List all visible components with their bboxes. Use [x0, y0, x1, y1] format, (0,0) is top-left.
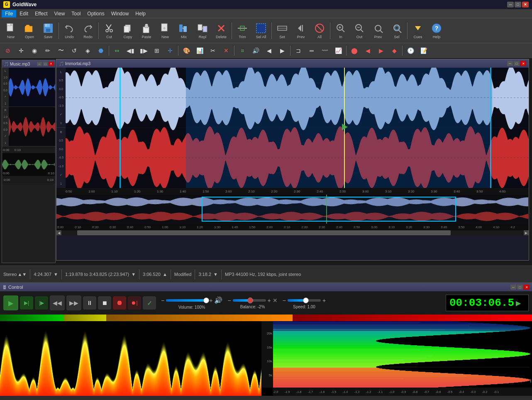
balance-icon[interactable]: ✕ [273, 297, 278, 304]
minimize-button[interactable]: ─ [507, 2, 514, 7]
loop-button[interactable]: ↺ [68, 44, 81, 57]
scroll-left-btn[interactable]: ◀ [56, 230, 61, 235]
region-button[interactable]: ⬣ [95, 44, 107, 57]
volume-tb-button[interactable]: 🔊 [249, 44, 262, 57]
control-win-close[interactable]: ✕ [524, 285, 530, 290]
marker-b-button[interactable]: ◆ [388, 44, 400, 57]
stop-tb-button[interactable]: ⊘ [2, 44, 14, 57]
color-button[interactable]: 🎨 [180, 44, 193, 57]
immortal-scrollbar[interactable]: ◀ ▶ [56, 230, 529, 235]
immortal-win-min[interactable]: ─ [507, 61, 513, 66]
zoom-in-button[interactable]: In [332, 20, 350, 42]
menu-help[interactable]: Help [132, 10, 149, 17]
maximize-button[interactable]: □ [515, 2, 521, 7]
undo-button[interactable]: Undo [60, 20, 78, 42]
redo-button[interactable]: Redo [79, 20, 97, 42]
copy-button[interactable]: Copy [119, 20, 137, 42]
rewind-button[interactable]: ◀◀ [50, 295, 65, 310]
channels-arrow[interactable]: ▲▼ [17, 272, 27, 277]
marker-l-button[interactable]: ◀ [361, 44, 374, 57]
play-selection-button[interactable]: ▶| [20, 296, 33, 310]
new2-button[interactable]: New [156, 20, 174, 42]
draw-button[interactable]: ✏ [41, 44, 54, 57]
record-selection-button[interactable]: ⏺| [128, 296, 141, 310]
clock-button[interactable]: 🕐 [404, 44, 417, 57]
new-button[interactable]: New [2, 20, 20, 42]
red-circle-button[interactable]: ⬤ [348, 44, 361, 57]
music-win-min[interactable]: ─ [37, 62, 42, 66]
replace-button[interactable]: Repl [193, 20, 212, 42]
wave-button[interactable]: 〜 [55, 44, 67, 57]
cut-button[interactable]: Cut [100, 20, 118, 42]
duration-arrow[interactable]: ▼ [54, 272, 58, 277]
menu-effect[interactable]: Effect [32, 10, 51, 17]
select-button[interactable]: ◉ [28, 44, 41, 57]
menu-tool[interactable]: Tool [68, 10, 84, 17]
pointer-button[interactable]: ◈ [81, 44, 94, 57]
music-win-close[interactable]: ✕ [49, 62, 54, 66]
split-button[interactable]: ◀ [263, 44, 275, 57]
sel-all-button[interactable]: Sel All [252, 20, 270, 42]
concat-button[interactable]: ▶ [276, 44, 288, 57]
zoom-all-button[interactable]: ⊞ [151, 44, 163, 57]
end-button[interactable]: ▮▶ [137, 44, 150, 57]
start-button[interactable]: ◀▮ [124, 44, 137, 57]
bal-minus[interactable]: − [227, 297, 231, 304]
immortal-overview[interactable] [56, 195, 529, 224]
stop-button[interactable]: ⏹ [98, 296, 111, 310]
notes-button[interactable]: 📝 [417, 44, 430, 57]
balance-slider-track[interactable] [233, 299, 266, 302]
menu-view[interactable]: View [51, 10, 68, 17]
play-end-button[interactable]: |▶ [35, 296, 48, 310]
menu-window[interactable]: Window [108, 10, 132, 17]
equals-button[interactable]: ═ [305, 44, 318, 57]
close-button[interactable]: ✕ [522, 2, 529, 7]
play-button[interactable]: ▶ [3, 295, 18, 310]
scroll-right-btn[interactable]: ▶ [524, 230, 529, 235]
size-arrow[interactable]: ▼ [213, 272, 218, 277]
zoom-prev-button[interactable]: Prev [369, 20, 387, 42]
menu-edit[interactable]: Edit [16, 10, 32, 17]
crosshair-button[interactable]: ✛ [164, 44, 176, 57]
set-button[interactable]: Set [273, 20, 291, 42]
bal-plus[interactable]: + [268, 297, 271, 304]
vol-minus[interactable]: − [161, 297, 164, 304]
paste-button[interactable]: Paste [137, 20, 156, 42]
speed-minus[interactable]: − [283, 297, 286, 304]
pause-button[interactable]: ⏸ [83, 296, 96, 310]
menu-file[interactable]: File [2, 10, 16, 17]
spectrum-button[interactable]: 📊 [193, 44, 206, 57]
immortal-win-max[interactable]: □ [514, 61, 520, 66]
vol-plus[interactable]: + [209, 297, 212, 304]
prev-button[interactable]: Prev [292, 20, 310, 42]
trim-button[interactable]: Trim [233, 20, 251, 42]
help-button[interactable]: ? Help [427, 20, 446, 42]
mix-button[interactable]: Mix [175, 20, 193, 42]
all-button[interactable]: All [310, 20, 329, 42]
save-button[interactable]: Save [39, 20, 57, 42]
position-arrow[interactable]: ▲ [163, 272, 167, 277]
snap-button[interactable]: ⊐ [292, 44, 305, 57]
rainbow-button[interactable]: ≡ [236, 44, 249, 57]
speed-plus[interactable]: + [322, 297, 326, 304]
analyze-button[interactable]: 📈 [332, 44, 344, 57]
menu-options[interactable]: Options [84, 10, 107, 17]
wave2-button[interactable]: 〰 [319, 44, 331, 57]
scroll-thumb[interactable] [77, 230, 451, 235]
mark-button[interactable]: ✕ [220, 44, 232, 57]
delete-button[interactable]: Delete [212, 20, 230, 42]
open-button[interactable]: Open [20, 20, 39, 42]
immortal-win-close[interactable]: ✕ [520, 61, 526, 66]
fastforward-button[interactable]: ▶▶ [66, 295, 81, 310]
volume-slider-track[interactable] [166, 299, 207, 302]
selection-arrow[interactable]: ▼ [131, 272, 136, 277]
zoom-out-button[interactable]: Out [350, 20, 368, 42]
immortal-waveform-area[interactable]: L 0.5 0.0 -0.5 -1.0 ✓ 1 R 0.5 0.0 -0.5 -… [56, 68, 529, 188]
speed-slider-track[interactable] [288, 299, 321, 302]
control-win-min[interactable]: ─ [510, 285, 516, 290]
zoom-sel-button[interactable]: Sel [388, 20, 406, 42]
music-win-max[interactable]: □ [43, 62, 48, 66]
record-button[interactable]: ⏺ [113, 296, 126, 310]
move-button[interactable]: ✛ [15, 44, 27, 57]
range-button[interactable]: ⇔ [111, 44, 123, 57]
